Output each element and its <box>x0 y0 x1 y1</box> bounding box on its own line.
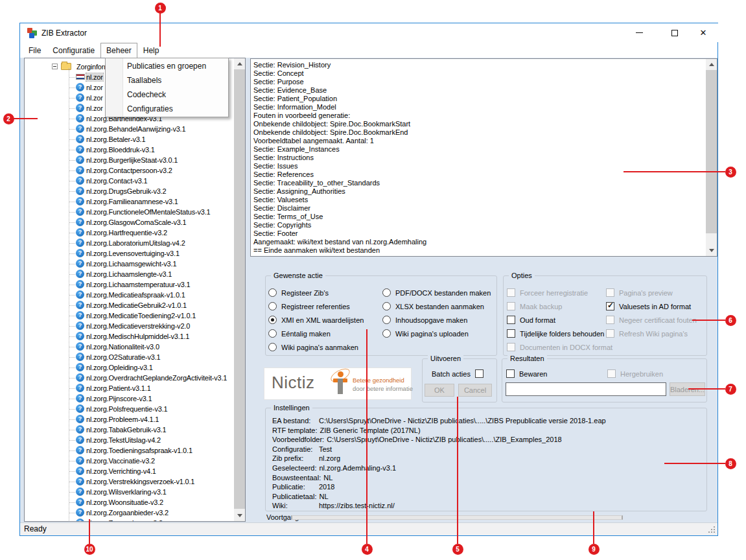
tree-item[interactable]: nl.zorg.Toedieningsafspraak-v1.0.1 <box>25 445 234 456</box>
tree-item[interactable]: nl.zorg.MedicatieToediening2-v1.0.1 <box>25 310 234 321</box>
action-radio-option[interactable]: Eéntalig maken <box>268 327 364 340</box>
batch-acties-row[interactable]: Batch acties <box>432 367 484 380</box>
tree-item[interactable]: nl.zorg.Levensovertuiging-v3.1 <box>25 248 234 259</box>
tree-item[interactable]: nl.zorg.Familieanamnese-v3.1 <box>25 196 234 207</box>
action-radio-option[interactable]: Registeer Zib's <box>268 286 364 299</box>
tree-item[interactable]: nl.zorg.Bloeddruk-v3.1 <box>25 145 234 155</box>
tree-item[interactable]: nl.zorg.Polsfrequentie-v3.1 <box>25 404 234 414</box>
ok-button[interactable]: OK <box>425 384 454 397</box>
action-radio-option[interactable]: Wiki pagina's aanmaken <box>268 340 364 354</box>
option-checkbox[interactable]: Pagina's preview <box>606 286 697 299</box>
tree-item[interactable]: nl.zorg.MedicatieGebruik2-v1.0.1 <box>25 300 234 310</box>
action-radio-option[interactable]: Registreer referenties <box>268 299 364 313</box>
group-title: Resultaten <box>507 354 547 364</box>
bewaren-row[interactable]: Bewaren <box>506 367 547 380</box>
dropdown-menu-item[interactable]: Configuraties <box>106 102 228 116</box>
option-checkbox[interactable]: Valuesets in AD format <box>606 299 697 313</box>
log-scrollbar-thumb[interactable] <box>706 70 717 233</box>
hergebruiken-checkbox[interactable] <box>607 369 616 378</box>
zib-tree[interactable]: Zorginform nl.zor nl.zor <box>24 58 246 522</box>
resize-grip-icon[interactable] <box>714 531 715 533</box>
settings-row: Publicatietaal:NL <box>272 492 606 502</box>
tree-item[interactable]: nl.zorg.Probleem-v4.1.1 <box>25 414 234 425</box>
radio-icon <box>382 288 391 297</box>
tree-item[interactable]: nl.zorg.TabakGebruik-v3.1 <box>25 425 234 435</box>
menu-item[interactable]: Help <box>137 43 165 58</box>
tree-item[interactable]: nl.zorg.Vaccinatie-v3.2 <box>25 456 234 466</box>
batch-acties-checkbox[interactable] <box>475 369 484 378</box>
tree-item[interactable]: nl.zorg.Lichaamslengte-v3.1 <box>25 269 234 279</box>
minimize-button[interactable] <box>624 23 654 42</box>
tree-item[interactable]: nl.zorg.Medicatieverstrekking-v2.0 <box>25 321 234 331</box>
tree-item[interactable]: nl.zorg.OverdrachtGeplandeZorgActiviteit… <box>25 373 234 383</box>
tree-item[interactable]: nl.zorg.Verrichting-v4.1 <box>25 466 234 476</box>
dropdown-menu-item[interactable]: Publicaties en groepen <box>106 59 228 73</box>
menu-item[interactable]: File <box>23 43 47 58</box>
zib-node-icon <box>76 207 84 216</box>
tree-item[interactable]: nl.zorg.Opleiding-v3.1 <box>25 362 234 373</box>
action-radio-option[interactable]: PDF/DOCX bestanden maken <box>382 286 491 299</box>
tree-item[interactable]: nl.zorg.TekstUitslag-v4.2 <box>25 435 234 445</box>
group-gewenste-actie: Gewenste actie Registeer Zib's Registree… <box>265 275 497 356</box>
tree-item[interactable]: nl.zorg.BehandelAanwijzing-v3.1 <box>25 124 234 134</box>
tree-item[interactable]: nl.zorg.Patient-v3.1.1 <box>25 383 234 393</box>
tree-scrollbar-thumb[interactable] <box>234 69 245 509</box>
group-title: Gewenste actie <box>271 271 325 281</box>
tree-item[interactable]: nl.zorg.Betaler-v3.1 <box>25 134 234 145</box>
tree-item[interactable]: nl.zorg.LaboratoriumUitslag-v4.2 <box>25 238 234 248</box>
option-checkbox[interactable]: Tijdelijke folders behouden <box>507 327 612 340</box>
tree-item[interactable]: nl.zorg.Contact-v3.1 <box>25 176 234 186</box>
tree-item[interactable]: nl.zorg.BurgerlijkeStaat-v3.0.1 <box>25 155 234 165</box>
dropdown-menu-item[interactable]: Codecheck <box>106 88 228 102</box>
callout-line-4 <box>366 329 367 544</box>
option-checkbox[interactable]: Forceer herregistratie <box>507 286 612 299</box>
tree-item[interactable]: nl.zorg.Zorgaanbieder-v3.2 <box>25 508 234 518</box>
tree-item[interactable]: nl.zorg.Lichaamstemperatuur-v3.1 <box>25 279 234 290</box>
tree-item[interactable]: nl.zorg.Hartfrequentie-v3.2 <box>25 228 234 238</box>
zib-node-icon <box>76 187 84 195</box>
menu-item[interactable]: Configuratie <box>47 43 100 58</box>
tree-item[interactable]: nl.zorg.Contactpersoon-v3.2 <box>25 165 234 176</box>
collapse-icon[interactable] <box>52 64 58 69</box>
option-checkbox[interactable]: Oud format <box>507 313 612 327</box>
close-button[interactable]: ✕ <box>688 23 718 42</box>
log-output-panel[interactable]: Sectie: Revision_History Sectie: Concept… <box>250 58 717 257</box>
tree-item[interactable]: nl.zorg.DrugsGebruik-v3.2 <box>25 186 234 196</box>
action-radio-option[interactable]: Inhoudsopgave maken <box>382 313 491 327</box>
log-scrollbar[interactable] <box>706 59 717 256</box>
tree-item[interactable]: nl.zorg.Verstrekkingsverzoek-v1.0.1 <box>25 476 234 487</box>
option-checkbox[interactable]: Maak backup <box>507 299 612 313</box>
tree-item[interactable]: nl.zorg.O2Saturatie-v3.1 <box>25 352 234 362</box>
settings-row: Configuratie:Test <box>272 445 606 454</box>
scroll-down-icon[interactable] <box>234 510 245 521</box>
tree-item[interactable]: nl.zorg.Zorgverlener-v3.2 <box>25 518 234 522</box>
tree-item[interactable]: nl.zorg.MedischHulpmiddel-v3.1.1 <box>25 331 234 342</box>
tree-item[interactable]: nl.zorg.Wilsverklaring-v3.1 <box>25 487 234 497</box>
menu-item[interactable]: Beheer <box>100 43 137 58</box>
scroll-up-icon[interactable] <box>706 59 717 70</box>
tree-item[interactable]: nl.zorg.Woonsituatie-v3.2 <box>25 497 234 508</box>
action-radio-option[interactable]: XMI en XML waardelijsten <box>268 313 364 327</box>
scroll-up-icon[interactable] <box>234 58 245 69</box>
tree-item[interactable]: nl.zorg.Nationaliteit-v3.0 <box>25 342 234 352</box>
tree-item[interactable]: nl.zorg.Pijnscore-v3.1 <box>25 393 234 404</box>
cancel-button[interactable]: Cancel <box>458 384 492 397</box>
zib-node-icon <box>76 135 84 143</box>
maximize-button[interactable] <box>660 23 690 42</box>
bewaren-checkbox[interactable] <box>506 369 515 378</box>
action-radio-option[interactable]: XLSX bestanden aanmaken <box>382 299 491 313</box>
tree-item[interactable]: nl.zorg.Medicatieafspraak-v1.0.1 <box>25 290 234 300</box>
result-path-input[interactable] <box>506 382 666 396</box>
close-icon: ✕ <box>700 29 707 37</box>
tree-item[interactable]: nl.zorg.GlasgowComaScale-v3.1 <box>25 217 234 228</box>
tree-item[interactable]: nl.zorg.FunctioneleOfMentaleStatus-v3.1 <box>25 207 234 217</box>
hergebruiken-row[interactable]: Hergebruiken <box>607 367 663 380</box>
dropdown-menu-item[interactable]: Taallabels <box>106 73 228 88</box>
action-radio-option[interactable]: Wiki pagina's uploaden <box>382 327 491 340</box>
option-checkbox[interactable]: Refresh Wiki pagina's <box>606 327 697 340</box>
scroll-down-icon[interactable] <box>706 245 717 256</box>
tree-item[interactable]: nl.zorg.Lichaamsgewicht-v3.1 <box>25 259 234 269</box>
tree-scrollbar[interactable] <box>234 58 245 521</box>
option-checkbox[interactable]: Documenten in DOCX format <box>507 340 612 354</box>
option-checkbox[interactable]: Negeer certificaat fouten <box>606 313 697 327</box>
